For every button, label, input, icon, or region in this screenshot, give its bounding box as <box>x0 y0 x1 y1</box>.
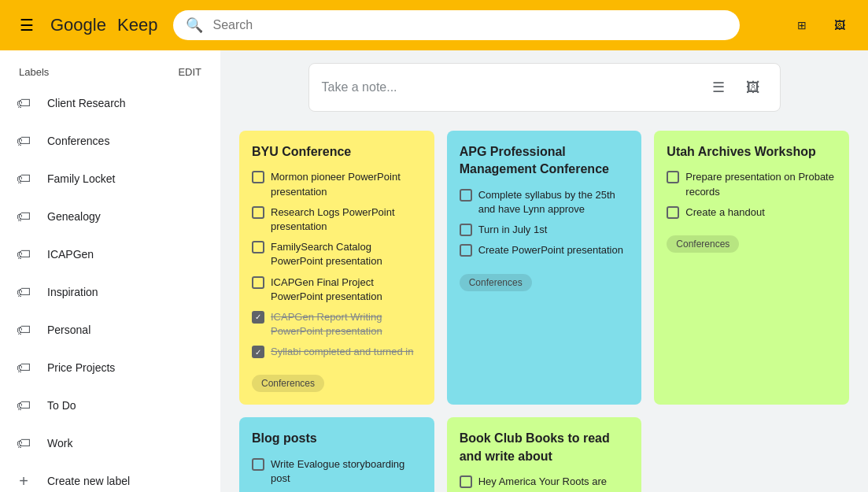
note-title: APG Professional Management Conference <box>460 143 630 179</box>
logo-google: Google <box>50 15 106 35</box>
checklist-item: Research Logs PowerPoint presentation <box>252 205 422 234</box>
checklist-text: Research Logs PowerPoint presentation <box>271 205 422 234</box>
checklist-item: Complete syllabus by the 25th and have L… <box>460 188 630 216</box>
sidebar-item-icapgen[interactable]: 🏷 ICAPGen <box>0 235 214 273</box>
note-tag[interactable]: Conferences <box>460 274 532 291</box>
sidebar-item-price-projects[interactable]: 🏷 Price Projects <box>0 349 214 387</box>
checkbox[interactable] <box>252 276 264 289</box>
sidebar-item-label: Family Locket <box>47 172 115 185</box>
sidebar-item-genealogy[interactable]: 🏷 Genealogy <box>0 198 214 235</box>
note-blog-posts[interactable]: Blog posts Write Evalogue storyboarding … <box>239 417 434 492</box>
checkbox[interactable] <box>667 171 679 183</box>
take-note-bar[interactable]: Take a note... ☰ 🖼 <box>308 63 781 112</box>
app-logo: Google Keep <box>50 15 157 35</box>
image-icon: 🖼 <box>834 19 845 31</box>
label-icon: 🏷 <box>13 205 35 228</box>
checklist-item: Turn in July 1st <box>460 223 630 237</box>
note-title: Blog posts <box>252 430 422 447</box>
sidebar: Labels EDIT 🏷 Client Research 🏷 Conferen… <box>0 50 220 492</box>
note-tag[interactable]: Conferences <box>252 375 324 392</box>
menu-button[interactable]: ☰ <box>13 11 41 39</box>
checkbox[interactable] <box>252 241 264 253</box>
checklist-item: ICAPGen Final Project PowerPoint present… <box>252 276 422 304</box>
checklist-text-done: Syllabi completed and turned in <box>271 345 413 359</box>
sidebar-item-label: To Do <box>47 399 76 412</box>
image-button[interactable]: 🖼 <box>824 9 855 41</box>
checklist-text: Complete syllabus by the 25th and have L… <box>478 188 630 216</box>
checklist-item: Hey America Your Roots are Showing Octob… <box>460 475 630 492</box>
checklist-text: Hey America Your Roots are Showing Octob… <box>478 475 630 492</box>
note-book-club[interactable]: Book Club Books to read and write about … <box>447 417 642 492</box>
checkbox[interactable] <box>460 224 472 236</box>
take-note-actions: ☰ 🖼 <box>704 73 767 102</box>
sidebar-item-label: ICAPGen <box>47 248 94 261</box>
image-note-button[interactable]: 🖼 <box>739 73 767 102</box>
sidebar-item-label: Genealogy <box>47 210 101 223</box>
checkbox-checked[interactable] <box>252 346 264 358</box>
create-label-text: Create new label <box>47 475 130 487</box>
note-apg-conference[interactable]: APG Professional Management Conference C… <box>447 131 642 405</box>
checkbox[interactable] <box>460 244 472 257</box>
sidebar-item-conferences[interactable]: 🏷 Conferences <box>0 122 214 160</box>
checklist-item: ICAPGen Report Writing PowerPoint presen… <box>252 310 422 338</box>
sidebar-item-to-do[interactable]: 🏷 To Do <box>0 387 214 424</box>
app-header: ☰ Google Keep 🔍 ⊞ 🖼 <box>0 0 868 50</box>
checklist-item: Create PowerPoint presentation <box>460 243 630 257</box>
sidebar-item-label: Conferences <box>47 135 109 147</box>
sidebar-item-personal[interactable]: 🏷 Personal <box>0 311 214 349</box>
checklist-text: Turn in July 1st <box>478 223 548 237</box>
labels-heading: Labels <box>19 66 49 78</box>
plus-icon: + <box>13 470 35 492</box>
create-label-button[interactable]: + Create new label <box>0 462 220 492</box>
sidebar-item-label: Inspiration <box>47 286 98 298</box>
checklist-item: Write Evalogue storyboarding post <box>252 457 422 486</box>
checkbox-checked[interactable] <box>252 311 264 324</box>
checklist-item: Mormon pioneer PowerPoint presentation <box>252 170 422 198</box>
checkbox[interactable] <box>252 206 264 219</box>
edit-labels-button[interactable]: EDIT <box>178 66 201 78</box>
checklist-text: Mormon pioneer PowerPoint presentation <box>271 170 422 198</box>
checkbox[interactable] <box>460 189 472 202</box>
checkbox[interactable] <box>667 206 679 219</box>
main-content: Take a note... ☰ 🖼 BYU Conference Mormon… <box>220 50 868 492</box>
note-byu-conference[interactable]: BYU Conference Mormon pioneer PowerPoint… <box>239 131 434 405</box>
checklist-item: Create a handout <box>667 205 837 220</box>
checklist-text: Prepare presentation on Probate records <box>685 170 837 198</box>
note-checklist: Mormon pioneer PowerPoint presentation R… <box>252 170 422 359</box>
search-bar[interactable]: 🔍 <box>173 10 740 40</box>
note-checklist: Complete syllabus by the 25th and have L… <box>460 188 630 258</box>
sidebar-item-label: Personal <box>47 324 90 336</box>
logo-keep: Keep <box>117 15 157 35</box>
checkbox[interactable] <box>252 458 264 471</box>
label-icon: 🏷 <box>13 357 35 379</box>
sidebar-item-inspiration[interactable]: 🏷 Inspiration <box>0 273 214 311</box>
image-upload-icon: 🖼 <box>746 80 760 96</box>
note-utah-archives[interactable]: Utah Archives Workshop Prepare presentat… <box>654 131 849 405</box>
label-icon: 🏷 <box>13 394 35 416</box>
take-note-placeholder: Take a note... <box>322 80 397 94</box>
note-title: BYU Conference <box>252 143 422 161</box>
checklist-text: ICAPGen Final Project PowerPoint present… <box>271 276 422 304</box>
sidebar-item-work[interactable]: 🏷 Work <box>0 424 214 462</box>
label-icon: 🏷 <box>13 168 35 190</box>
sidebar-item-family-locket[interactable]: 🏷 Family Locket <box>0 160 214 198</box>
sidebar-header: Labels EDIT <box>0 57 220 84</box>
label-icon: 🏷 <box>13 92 35 114</box>
header-actions: ⊞ 🖼 <box>786 9 855 41</box>
list-note-button[interactable]: ☰ <box>704 73 733 102</box>
hamburger-icon: ☰ <box>20 16 34 35</box>
search-input[interactable] <box>212 18 727 32</box>
checkbox[interactable] <box>460 475 472 488</box>
search-icon: 🔍 <box>186 17 203 34</box>
note-tag[interactable]: Conferences <box>667 235 739 253</box>
note-checklist: Prepare presentation on Probate records … <box>667 170 837 220</box>
checklist-text: Create a handout <box>685 205 764 220</box>
list-view-button[interactable]: ⊞ <box>786 9 818 41</box>
list-icon: ⊞ <box>797 19 807 31</box>
checklist-text: Write Evalogue storyboarding post <box>271 457 422 486</box>
notes-grid: BYU Conference Mormon pioneer PowerPoint… <box>239 131 849 492</box>
checkbox[interactable] <box>252 171 264 183</box>
label-icon: 🏷 <box>13 432 35 454</box>
sidebar-item-client-research[interactable]: 🏷 Client Research <box>0 84 214 122</box>
sidebar-item-label: Price Projects <box>47 361 115 374</box>
